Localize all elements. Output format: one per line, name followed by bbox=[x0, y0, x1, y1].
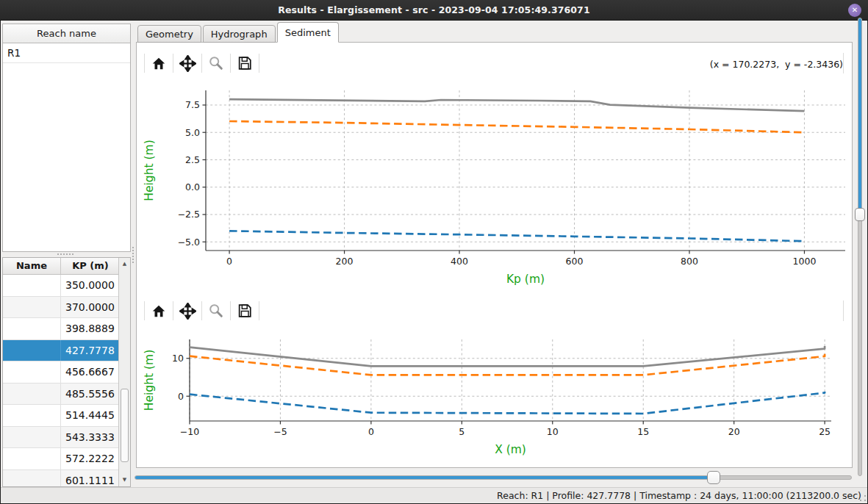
cursor-coordinates: (x = 170.2273, y = -2.3436) bbox=[710, 59, 843, 70]
time-slider[interactable] bbox=[858, 18, 862, 476]
resize-grip[interactable] bbox=[859, 494, 867, 502]
table-scrollbar[interactable]: ▲ ▼ bbox=[118, 258, 130, 486]
time-slider-handle[interactable] bbox=[855, 208, 865, 221]
svg-text:Height (m): Height (m) bbox=[143, 140, 156, 201]
profile-slider-fill bbox=[135, 476, 714, 479]
magnifier-icon bbox=[208, 303, 224, 319]
pan-arrows-icon bbox=[179, 55, 196, 72]
svg-text:5.0: 5.0 bbox=[185, 127, 200, 138]
table-row[interactable]: 370.0000 bbox=[3, 297, 119, 319]
titlebar: Results - Elargissement - src - 2023-09-… bbox=[0, 0, 868, 21]
svg-text:5: 5 bbox=[459, 426, 465, 437]
svg-text:20: 20 bbox=[728, 426, 740, 437]
table-row[interactable]: 350.0000 bbox=[3, 275, 119, 297]
home-button[interactable] bbox=[145, 52, 173, 74]
reach-list-item[interactable]: R1 bbox=[3, 43, 130, 63]
svg-text:X (m): X (m) bbox=[495, 443, 526, 456]
status-bar: Reach: R1 | Profile: 427.7778 | Timestam… bbox=[1, 487, 867, 503]
tab-hydrograph[interactable]: Hydrograph bbox=[203, 25, 276, 43]
svg-text:−2.5: −2.5 bbox=[178, 209, 200, 220]
close-button[interactable]: ✕ bbox=[848, 4, 861, 17]
table-row[interactable]: 456.6667 bbox=[3, 361, 119, 384]
svg-text:10: 10 bbox=[172, 353, 184, 364]
svg-text:600: 600 bbox=[566, 256, 584, 267]
status-text: Reach: R1 | Profile: 427.7778 | Timestam… bbox=[497, 490, 861, 501]
svg-text:7.5: 7.5 bbox=[185, 99, 200, 110]
svg-text:1000: 1000 bbox=[793, 256, 817, 267]
table-row[interactable]: 427.7778 bbox=[3, 340, 119, 362]
svg-text:0.0: 0.0 bbox=[185, 181, 200, 192]
table-row[interactable]: 601.1111 bbox=[3, 470, 119, 488]
vertical-splitter-handle[interactable] bbox=[132, 247, 134, 263]
svg-text:400: 400 bbox=[451, 256, 468, 267]
svg-text:0: 0 bbox=[368, 426, 374, 437]
profile-table: Name KP (m) 350.0000370.0000398.8889427.… bbox=[2, 257, 131, 487]
svg-text:Height (m): Height (m) bbox=[143, 350, 156, 411]
svg-text:0: 0 bbox=[178, 391, 184, 402]
svg-text:−10: −10 bbox=[180, 426, 199, 437]
profile-table-header: Name KP (m) bbox=[3, 258, 130, 275]
pan-arrows-icon bbox=[179, 303, 196, 320]
scrollbar-thumb[interactable] bbox=[121, 389, 129, 462]
bottom-chart-toolbar bbox=[144, 299, 259, 323]
table-row[interactable]: 543.3333 bbox=[3, 427, 119, 449]
sidebar-splitter-handle[interactable] bbox=[57, 253, 73, 255]
profile-table-body: 350.0000370.0000398.8889427.7778456.6667… bbox=[3, 275, 119, 487]
table-row[interactable]: 485.5556 bbox=[3, 384, 119, 406]
save-button[interactable] bbox=[231, 52, 259, 74]
profile-slider-handle[interactable] bbox=[707, 471, 720, 484]
column-header-kp[interactable]: KP (m) bbox=[61, 258, 120, 274]
column-header-name[interactable]: Name bbox=[3, 258, 61, 274]
app-window: Results - Elargissement - src - 2023-09-… bbox=[0, 0, 868, 504]
kp-profile-chart[interactable]: 020040060080010007.55.02.50.0−2.5−5.0Kp … bbox=[138, 78, 850, 292]
reach-list-header: Reach name bbox=[3, 24, 130, 43]
svg-text:−5: −5 bbox=[273, 426, 287, 437]
zoom-button[interactable] bbox=[202, 300, 230, 322]
pan-button[interactable] bbox=[173, 300, 201, 322]
table-row[interactable]: 572.2222 bbox=[3, 448, 119, 470]
cross-section-chart[interactable]: −10−50510152025100X (m)Height (m) bbox=[138, 326, 850, 460]
save-icon bbox=[237, 55, 253, 71]
svg-text:15: 15 bbox=[637, 426, 649, 437]
window-title: Results - Elargissement - src - 2023-09-… bbox=[278, 4, 589, 15]
tab-bar: Geometry Hydrograph Sediment bbox=[137, 22, 339, 43]
time-slider-fill bbox=[858, 18, 861, 215]
save-button[interactable] bbox=[231, 300, 259, 322]
tab-geometry[interactable]: Geometry bbox=[137, 25, 201, 43]
svg-text:0: 0 bbox=[226, 256, 232, 267]
reach-list-panel: Reach name R1 bbox=[2, 24, 131, 252]
table-row[interactable]: 514.4445 bbox=[3, 405, 119, 427]
svg-text:10: 10 bbox=[547, 426, 559, 437]
pan-button[interactable] bbox=[173, 52, 201, 74]
tab-sediment[interactable]: Sediment bbox=[277, 22, 339, 43]
svg-text:Kp (m): Kp (m) bbox=[506, 273, 545, 286]
scroll-up-icon[interactable]: ▲ bbox=[119, 259, 130, 270]
zoom-button[interactable] bbox=[202, 52, 230, 74]
scroll-down-icon[interactable]: ▼ bbox=[119, 475, 130, 486]
svg-text:−5.0: −5.0 bbox=[178, 237, 200, 248]
home-icon bbox=[151, 55, 167, 71]
svg-text:200: 200 bbox=[336, 256, 354, 267]
save-icon bbox=[237, 303, 253, 319]
profile-slider[interactable] bbox=[134, 475, 852, 480]
magnifier-icon bbox=[208, 55, 224, 71]
home-icon bbox=[151, 303, 167, 319]
svg-text:2.5: 2.5 bbox=[185, 154, 200, 165]
svg-text:25: 25 bbox=[819, 426, 831, 437]
svg-text:800: 800 bbox=[681, 256, 698, 267]
table-row[interactable]: 398.8889 bbox=[3, 318, 119, 340]
top-chart-toolbar bbox=[144, 51, 259, 75]
home-button[interactable] bbox=[145, 300, 173, 322]
